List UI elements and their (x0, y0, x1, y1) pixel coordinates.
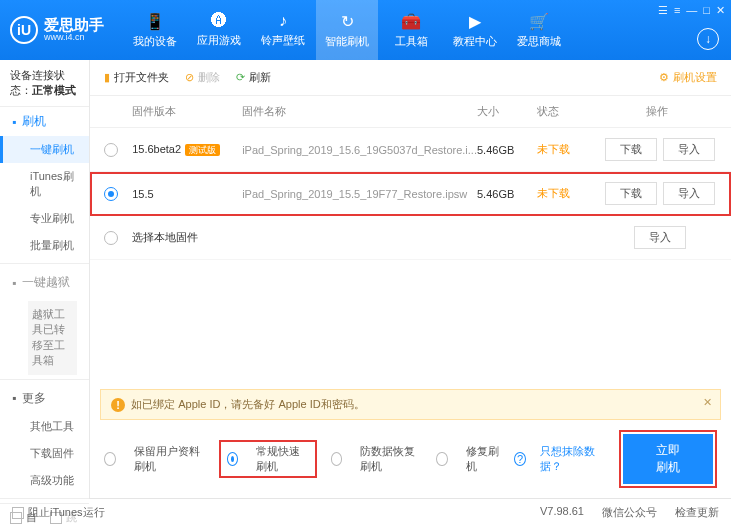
nav-icon: ▶ (469, 12, 481, 31)
sidebar: 设备连接状态：正常模式 ▪刷机一键刷机iTunes刷机专业刷机批量刷机▪一键越狱… (0, 60, 90, 498)
firmware-version: 选择本地固件 (132, 230, 242, 245)
window-controls: ☰≡—□✕ (658, 4, 725, 17)
firmware-size: 5.46GB (477, 144, 537, 156)
firmware-row[interactable]: 选择本地固件导入 (90, 216, 731, 260)
firmware-row[interactable]: 15.6beta2测试版iPad_Spring_2019_15.6_19G503… (90, 128, 731, 172)
app-url: www.i4.cn (44, 33, 104, 43)
col-status: 状态 (537, 104, 597, 119)
radio-button[interactable] (104, 231, 118, 245)
nav-icon: 🅐 (211, 12, 227, 30)
nav-铃声壁纸[interactable]: ♪铃声壁纸 (252, 0, 314, 60)
window-button[interactable]: ☰ (658, 4, 668, 17)
firmware-row[interactable]: 15.5iPad_Spring_2019_15.5_19F77_Restore.… (90, 172, 731, 216)
nav-教程中心[interactable]: ▶教程中心 (444, 0, 506, 60)
firmware-version: 15.6beta2测试版 (132, 143, 242, 157)
window-button[interactable]: ≡ (674, 4, 680, 17)
sidebar-item[interactable]: iTunes刷机 (0, 163, 89, 205)
sidebar-header[interactable]: ▪刷机 (0, 107, 89, 136)
col-name: 固件名称 (242, 104, 477, 119)
flash-mode-option[interactable]: 常规快速刷机 (219, 440, 317, 478)
status-bar: 阻止iTunes运行 V7.98.61 微信公众号 检查更新 (0, 498, 731, 526)
sidebar-item[interactable]: 批量刷机 (0, 232, 89, 259)
flash-options: 保留用户资料刷机常规快速刷机防数据恢复刷机修复刷机?只想抹除数据？立即刷机 (90, 420, 731, 498)
main-panel: ▮打开文件夹 ⊘删除 ⟳刷新 ⚙刷机设置 固件版本 固件名称 大小 状态 操作 … (90, 60, 731, 498)
radio-button[interactable] (331, 452, 343, 466)
download-button[interactable]: 下载 (605, 138, 657, 161)
main-nav: 📱我的设备🅐应用游戏♪铃声壁纸↻智能刷机🧰工具箱▶教程中心🛒爱思商城 (124, 0, 570, 60)
nav-工具箱[interactable]: 🧰工具箱 (380, 0, 442, 60)
delete-button[interactable]: ⊘删除 (185, 70, 220, 85)
folder-icon: ▮ (104, 71, 110, 84)
import-button[interactable]: 导入 (663, 182, 715, 205)
nav-智能刷机[interactable]: ↻智能刷机 (316, 0, 378, 60)
radio-button[interactable] (436, 452, 447, 466)
flash-mode-option[interactable]: 修复刷机 (436, 444, 500, 474)
help-icon[interactable]: ? (514, 452, 526, 466)
col-version: 固件版本 (132, 104, 242, 119)
sidebar-header[interactable]: ▪一键越狱 (0, 268, 89, 297)
firmware-version: 15.5 (132, 188, 242, 200)
nav-应用游戏[interactable]: 🅐应用游戏 (188, 0, 250, 60)
block-itunes-checkbox[interactable]: 阻止iTunes运行 (12, 505, 105, 520)
square-icon: ▪ (12, 115, 16, 129)
firmware-size: 5.46GB (477, 188, 537, 200)
radio-button[interactable] (104, 187, 118, 201)
download-button[interactable]: 下载 (605, 182, 657, 205)
sidebar-item[interactable]: 其他工具 (0, 413, 89, 440)
firmware-ops: 下载导入 (597, 138, 717, 161)
sidebar-notice: 越狱工具已转移至工具箱 (28, 301, 77, 375)
import-button[interactable]: 导入 (634, 226, 686, 249)
firmware-file: iPad_Spring_2019_15.6_19G5037d_Restore.i… (242, 144, 477, 156)
window-button[interactable]: □ (703, 4, 710, 17)
col-ops: 操作 (597, 104, 717, 119)
radio-button[interactable] (227, 452, 239, 466)
radio-button[interactable] (104, 143, 118, 157)
app-name: 爱思助手 (44, 17, 104, 34)
firmware-ops: 导入 (597, 226, 717, 249)
refresh-button[interactable]: ⟳刷新 (236, 70, 271, 85)
toolbar: ▮打开文件夹 ⊘删除 ⟳刷新 ⚙刷机设置 (90, 60, 731, 96)
delete-icon: ⊘ (185, 71, 194, 84)
version-label: V7.98.61 (540, 505, 584, 520)
firmware-ops: 下载导入 (597, 182, 717, 205)
alert-text: 如已绑定 Apple ID，请先备好 Apple ID和密码。 (131, 397, 365, 412)
close-icon[interactable]: ✕ (703, 396, 712, 409)
nav-icon: 🧰 (401, 12, 421, 31)
square-icon: ▪ (12, 391, 16, 405)
sidebar-item[interactable]: 高级功能 (0, 467, 89, 494)
sidebar-header[interactable]: ▪更多 (0, 384, 89, 413)
window-button[interactable]: — (686, 4, 697, 17)
flash-now-button[interactable]: 立即刷机 (623, 434, 714, 484)
apple-id-alert: ! 如已绑定 Apple ID，请先备好 Apple ID和密码。 ✕ (100, 389, 721, 420)
title-bar: iU 爱思助手 www.i4.cn 📱我的设备🅐应用游戏♪铃声壁纸↻智能刷机🧰工… (0, 0, 731, 60)
firmware-status: 未下载 (537, 186, 597, 201)
import-button[interactable]: 导入 (663, 138, 715, 161)
flash-mode-option[interactable]: 防数据恢复刷机 (331, 444, 422, 474)
download-circle-button[interactable]: ↓ (697, 28, 719, 50)
sidebar-item[interactable]: 下载固件 (0, 440, 89, 467)
connection-status: 设备连接状态：正常模式 (0, 60, 89, 107)
firmware-status: 未下载 (537, 142, 597, 157)
check-update-link[interactable]: 检查更新 (675, 505, 719, 520)
flash-now-wrap: 立即刷机 (619, 430, 718, 488)
nav-爱思商城[interactable]: 🛒爱思商城 (508, 0, 570, 60)
logo-icon: iU (10, 16, 38, 44)
wechat-link[interactable]: 微信公众号 (602, 505, 657, 520)
open-folder-button[interactable]: ▮打开文件夹 (104, 70, 169, 85)
nav-我的设备[interactable]: 📱我的设备 (124, 0, 186, 60)
nav-icon: ↻ (341, 12, 354, 31)
gear-icon: ⚙ (659, 71, 669, 84)
refresh-icon: ⟳ (236, 71, 245, 84)
sidebar-item[interactable]: 一键刷机 (0, 136, 89, 163)
nav-icon: ♪ (279, 12, 287, 30)
radio-button[interactable] (104, 452, 116, 466)
nav-icon: 📱 (145, 12, 165, 31)
table-header: 固件版本 固件名称 大小 状态 操作 (90, 96, 731, 128)
flash-mode-option[interactable]: 保留用户资料刷机 (104, 444, 205, 474)
sidebar-item[interactable]: 专业刷机 (0, 205, 89, 232)
app-logo: iU 爱思助手 www.i4.cn (10, 16, 104, 44)
square-icon: ▪ (12, 276, 16, 290)
erase-only-link[interactable]: 只想抹除数据？ (540, 444, 605, 474)
window-button[interactable]: ✕ (716, 4, 725, 17)
flash-settings-button[interactable]: ⚙刷机设置 (659, 70, 717, 85)
